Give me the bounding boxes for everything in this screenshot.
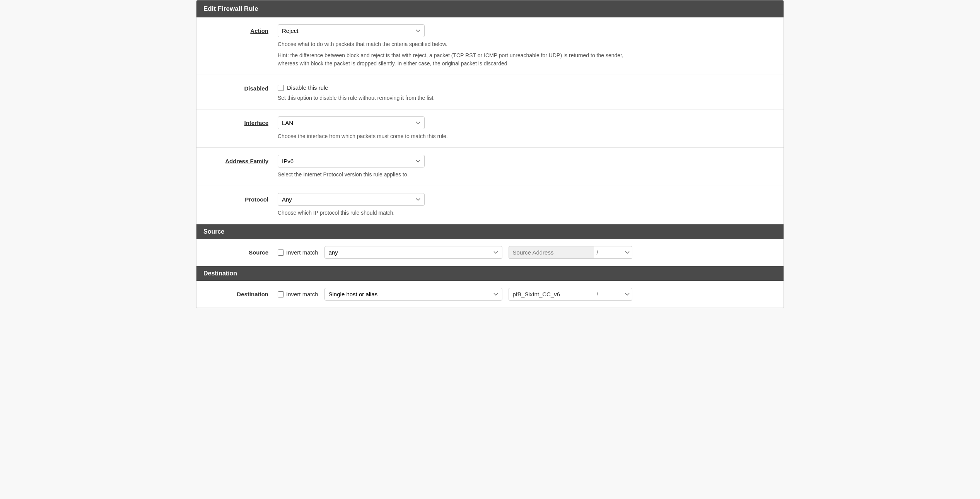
panel-title: Edit Firewall Rule	[203, 5, 258, 12]
source-address-group: / 8 16 24 32	[509, 246, 632, 259]
address-family-select[interactable]: IPv4 IPv6 IPv4+IPv6	[278, 155, 425, 167]
protocol-label: Protocol	[204, 193, 278, 203]
destination-row: Destination Invert match any Single host…	[196, 281, 784, 308]
destination-invert-label[interactable]: Invert match	[286, 291, 318, 297]
address-family-row: Address Family IPv4 IPv6 IPv4+IPv6 Selec…	[196, 148, 784, 186]
destination-address-group: / 8 16 24 32	[509, 288, 632, 301]
interface-select[interactable]: LAN WAN OPT1	[278, 116, 425, 129]
protocol-content: Any TCP UDP TCP/UDP ICMP Choose which IP…	[278, 193, 776, 217]
action-label: Action	[204, 24, 278, 34]
source-type-select[interactable]: any Single host or alias Network LAN sub…	[324, 246, 502, 259]
action-select[interactable]: Reject Pass Block	[278, 24, 425, 37]
destination-address-input[interactable]	[509, 288, 594, 301]
source-content: Invert match any Single host or alias Ne…	[278, 246, 776, 259]
interface-label: Interface	[204, 116, 278, 126]
interface-row: Interface LAN WAN OPT1 Choose the interf…	[196, 109, 784, 148]
address-family-label-link[interactable]: Address Family	[225, 158, 268, 164]
disabled-checkbox-row: Disable this rule	[278, 82, 776, 91]
source-row: Source Invert match any Single host or a…	[196, 239, 784, 266]
destination-section-title: Destination	[203, 270, 237, 277]
source-address-input[interactable]	[509, 246, 594, 259]
destination-section-header: Destination	[196, 266, 784, 281]
destination-content: Invert match any Single host or alias Ne…	[278, 288, 776, 301]
source-field-label: Source	[204, 246, 278, 256]
protocol-select[interactable]: Any TCP UDP TCP/UDP ICMP	[278, 193, 425, 206]
action-label-link[interactable]: Action	[250, 27, 268, 34]
interface-help: Choose the interface from which packets …	[278, 132, 626, 140]
destination-mask-select[interactable]: 8 16 24 32	[601, 288, 632, 301]
protocol-help: Choose which IP protocol this rule shoul…	[278, 209, 626, 217]
destination-invert-checkbox[interactable]	[278, 291, 284, 297]
action-row: Action Reject Pass Block Choose what to …	[196, 17, 784, 75]
address-family-help: Select the Internet Protocol version thi…	[278, 171, 626, 179]
action-content: Reject Pass Block Choose what to do with…	[278, 24, 776, 68]
disabled-label: Disabled	[204, 82, 278, 92]
source-slash: /	[594, 246, 601, 259]
source-mask-select[interactable]: 8 16 24 32	[601, 246, 632, 259]
destination-field-label-link[interactable]: Destination	[237, 291, 268, 297]
interface-content: LAN WAN OPT1 Choose the interface from w…	[278, 116, 776, 140]
destination-invert-check: Invert match	[278, 291, 318, 297]
disabled-row: Disabled Disable this rule Set this opti…	[196, 75, 784, 109]
action-help1: Choose what to do with packets that matc…	[278, 40, 626, 48]
edit-firewall-rule-panel: Edit Firewall Rule Action Reject Pass Bl…	[196, 0, 784, 308]
interface-label-link[interactable]: Interface	[244, 120, 268, 126]
destination-slash: /	[594, 288, 601, 301]
destination-field-label: Destination	[204, 288, 278, 297]
source-field-label-link[interactable]: Source	[249, 249, 268, 256]
source-section-header: Source	[196, 224, 784, 239]
panel-header: Edit Firewall Rule	[196, 0, 784, 17]
disabled-help: Set this option to disable this rule wit…	[278, 94, 626, 102]
disabled-content: Disable this rule Set this option to dis…	[278, 82, 776, 102]
disable-rule-label[interactable]: Disable this rule	[287, 84, 328, 91]
protocol-label-link[interactable]: Protocol	[245, 196, 268, 203]
protocol-row: Protocol Any TCP UDP TCP/UDP ICMP Choose…	[196, 186, 784, 224]
source-invert-label[interactable]: Invert match	[286, 249, 318, 256]
source-section-title: Source	[203, 228, 224, 235]
address-family-label: Address Family	[204, 155, 278, 164]
source-invert-check: Invert match	[278, 249, 318, 256]
address-family-content: IPv4 IPv6 IPv4+IPv6 Select the Internet …	[278, 155, 776, 179]
disable-rule-checkbox[interactable]	[278, 85, 284, 91]
destination-type-select[interactable]: any Single host or alias Network LAN sub…	[324, 288, 502, 301]
action-help2: Hint: the difference between block and r…	[278, 51, 626, 68]
source-invert-checkbox[interactable]	[278, 250, 284, 256]
